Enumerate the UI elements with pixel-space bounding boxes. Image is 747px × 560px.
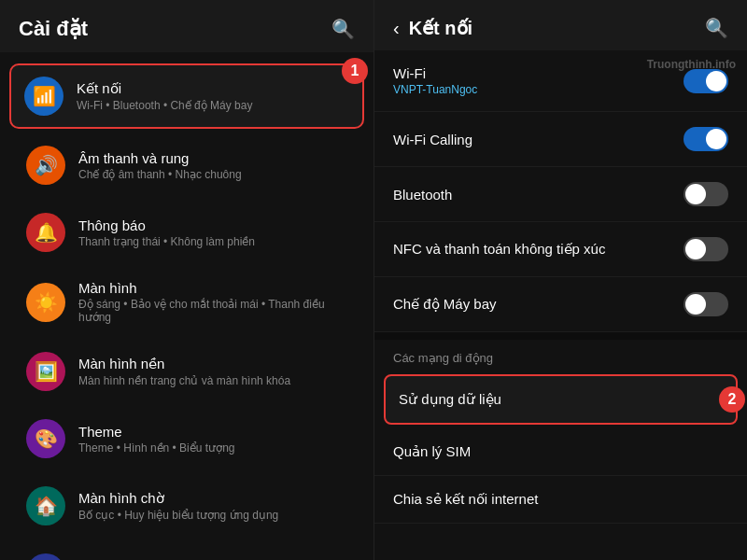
theme-title: Theme	[78, 424, 347, 440]
su-dung-du-lieu-wrapper: Sử dụng dữ liệu2	[384, 374, 738, 425]
right-header: ‹ Kết nối 🔍	[374, 0, 747, 50]
bluetooth-toggle[interactable]	[684, 182, 728, 206]
am-thanh-title: Âm thanh và rung	[78, 150, 347, 166]
left-header-title: Cài đặt	[19, 17, 88, 41]
man-hinh-nen-icon: 🖼️	[26, 352, 65, 391]
man-hinh-cho-subtitle: Bố cục • Huy hiệu biểu tượng ứng dụng	[78, 509, 347, 522]
wifi-title: Wi-Fi	[393, 65, 684, 81]
settings-item-ket-noi[interactable]: 📶Kết nốiWi-Fi • Bluetooth • Chế độ Máy b…	[9, 63, 364, 129]
nfc-title: NFC và thanh toán không tiếp xúc	[393, 241, 684, 258]
man-hinh-khoa-icon: 🔒	[26, 553, 65, 560]
connection-chia-se[interactable]: Chia sẻ kết nối internet	[374, 476, 747, 524]
am-thanh-icon: 🔊	[26, 146, 65, 185]
thong-bao-text: Thông báoThanh trạng thái • Không làm ph…	[78, 217, 347, 248]
connection-nfc[interactable]: NFC và thanh toán không tiếp xúc	[374, 222, 747, 277]
settings-item-am-thanh[interactable]: 🔊Âm thanh và rungChế độ âm thanh • Nhạc …	[9, 133, 364, 198]
ket-noi-title: Kết nối	[77, 80, 349, 97]
ket-noi-subtitle: Wi-Fi • Bluetooth • Chế độ Máy bay	[77, 99, 349, 112]
bluetooth-label: Bluetooth	[393, 187, 684, 203]
thong-bao-title: Thông báo	[78, 217, 347, 233]
settings-item-man-hinh[interactable]: ☀️Màn hìnhĐộ sáng • Bảo vệ cho mắt thoải…	[9, 267, 364, 337]
right-header-left: ‹ Kết nối	[393, 17, 472, 39]
right-content: Truongthinh.info Wi-FiVNPT-TuanNgocWi-Fi…	[374, 50, 747, 560]
man-hinh-subtitle: Độ sáng • Bảo vệ cho mắt thoải mái • Tha…	[78, 298, 347, 324]
step-badge-2: 2	[719, 386, 745, 413]
connection-su-dung-du-lieu[interactable]: Sử dụng dữ liệu	[384, 374, 738, 425]
am-thanh-subtitle: Chế độ âm thanh • Nhạc chuông	[78, 168, 347, 181]
man-hinh-icon: ☀️	[26, 283, 65, 322]
man-hinh-nen-text: Màn hình nềnMàn hình nền trang chủ và mà…	[78, 356, 347, 387]
wifi-calling-toggle-thumb	[706, 129, 726, 149]
airplane-title: Chế độ Máy bay	[393, 296, 684, 313]
settings-item-man-hinh-nen[interactable]: 🖼️Màn hình nềnMàn hình nền trang chủ và …	[9, 339, 364, 404]
am-thanh-text: Âm thanh và rungChế độ âm thanh • Nhạc c…	[78, 150, 347, 181]
airplane-label: Chế độ Máy bay	[393, 296, 684, 313]
back-button[interactable]: ‹	[393, 18, 400, 39]
left-header: Cài đặt 🔍	[0, 0, 374, 52]
wifi-calling-label: Wi-Fi Calling	[393, 132, 684, 147]
man-hinh-cho-text: Màn hình chờBố cục • Huy hiệu biểu tượng…	[78, 490, 347, 522]
section-divider	[374, 332, 747, 340]
man-hinh-cho-title: Màn hình chờ	[78, 490, 347, 507]
thong-bao-subtitle: Thanh trạng thái • Không làm phiền	[78, 235, 347, 248]
bluetooth-title: Bluetooth	[393, 187, 684, 203]
connection-quan-ly-sim[interactable]: Quản lý SIM	[374, 428, 747, 476]
nfc-label: NFC và thanh toán không tiếp xúc	[393, 241, 684, 258]
theme-text: ThemeTheme • Hình nền • Biểu tượng	[78, 424, 347, 455]
mobile-networks-section: Các mạng di động	[374, 340, 747, 371]
settings-item-thong-bao[interactable]: 🔔Thông báoThanh trạng thái • Không làm p…	[9, 200, 364, 265]
wifi-toggle-thumb	[706, 71, 726, 91]
ket-noi-text: Kết nốiWi-Fi • Bluetooth • Chế độ Máy ba…	[77, 80, 349, 112]
man-hinh-text: Màn hìnhĐộ sáng • Bảo vệ cho mắt thoải m…	[78, 280, 347, 324]
man-hinh-nen-subtitle: Màn hình nền trang chủ và màn hình khóa	[78, 374, 347, 387]
su-dung-du-lieu-title: Sử dụng dữ liệu	[399, 391, 723, 408]
wifi-calling-toggle[interactable]	[684, 127, 728, 151]
right-search-icon[interactable]: 🔍	[705, 17, 728, 39]
ket-noi-icon: 📶	[24, 77, 63, 116]
settings-list: 📶Kết nốiWi-Fi • Bluetooth • Chế độ Máy b…	[0, 52, 374, 560]
connection-airplane[interactable]: Chế độ Máy bay	[374, 277, 747, 332]
wifi-toggle[interactable]	[684, 69, 728, 93]
settings-item-theme[interactable]: 🎨ThemeTheme • Hình nền • Biểu tượng	[9, 406, 364, 471]
left-panel: Cài đặt 🔍 📶Kết nốiWi-Fi • Bluetooth • Ch…	[0, 0, 374, 560]
quan-ly-sim-title: Quản lý SIM	[393, 443, 471, 460]
step-badge-1: 1	[342, 58, 368, 84]
thong-bao-icon: 🔔	[26, 213, 65, 252]
nfc-toggle[interactable]	[684, 237, 728, 261]
man-hinh-nen-title: Màn hình nền	[78, 356, 347, 372]
connection-wifi-calling[interactable]: Wi-Fi Calling	[374, 112, 747, 167]
wifi-calling-title: Wi-Fi Calling	[393, 132, 684, 147]
theme-subtitle: Theme • Hình nền • Biểu tượng	[78, 441, 347, 455]
airplane-toggle[interactable]	[684, 292, 728, 316]
wifi-subtitle: VNPT-TuanNgoc	[393, 83, 684, 96]
connection-wifi[interactable]: Wi-FiVNPT-TuanNgoc	[374, 50, 747, 112]
chia-se-title: Chia sẻ kết nối internet	[393, 491, 538, 508]
settings-item-man-hinh-khoa[interactable]: 🔒Màn hình khóaKiểu khóa màn hình • Alway…	[9, 540, 364, 560]
nfc-toggle-thumb	[685, 239, 706, 259]
left-search-icon[interactable]: 🔍	[331, 18, 355, 40]
bluetooth-toggle-thumb	[685, 184, 706, 204]
wifi-label: Wi-FiVNPT-TuanNgoc	[393, 65, 684, 96]
airplane-toggle-thumb	[685, 294, 706, 315]
man-hinh-cho-icon: 🏠	[26, 486, 65, 525]
man-hinh-title: Màn hình	[78, 280, 347, 296]
right-panel: ‹ Kết nối 🔍 Truongthinh.info Wi-FiVNPT-T…	[374, 0, 747, 560]
settings-item-man-hinh-cho[interactable]: 🏠Màn hình chờBố cục • Huy hiệu biểu tượn…	[9, 473, 364, 539]
right-header-title: Kết nối	[409, 17, 472, 39]
theme-icon: 🎨	[26, 419, 65, 458]
connection-bluetooth[interactable]: Bluetooth	[374, 167, 747, 222]
